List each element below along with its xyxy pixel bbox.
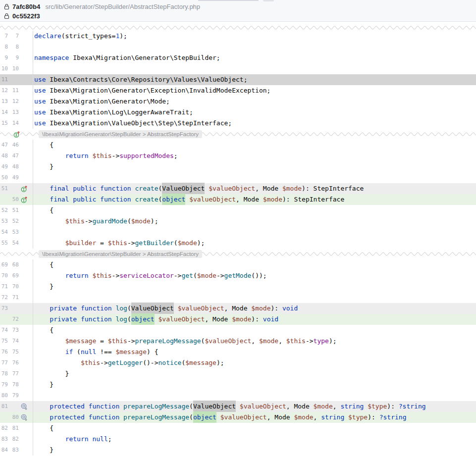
gutter: 7978 bbox=[0, 379, 33, 390]
new-line-number: 10 bbox=[8, 63, 19, 74]
code-line-content[interactable]: { bbox=[33, 325, 53, 336]
diff-context-line: 5049 bbox=[0, 172, 476, 183]
diff-context-line: 1211use Ibexa\Migration\Generator\Except… bbox=[0, 85, 476, 96]
implements-icon[interactable] bbox=[13, 131, 20, 138]
old-line-number: 10 bbox=[0, 63, 8, 74]
diff-context-line: 8281 { bbox=[0, 423, 476, 434]
old-line-number: 69 bbox=[0, 259, 8, 270]
gutter: 1211 bbox=[0, 85, 33, 96]
code-line-content[interactable]: protected function prepareLogMessage(Val… bbox=[33, 401, 426, 412]
code-line-content[interactable]: } bbox=[33, 379, 53, 390]
diff-context-line: 7776 $this->getLogger()->notice($message… bbox=[0, 357, 476, 368]
old-line-number: 77 bbox=[0, 357, 8, 368]
top-edge-tab-artifact bbox=[263, 0, 274, 1]
gutter: 7776 bbox=[0, 357, 33, 368]
code-line-content[interactable]: private function log(object $valueObject… bbox=[33, 314, 278, 325]
new-line-number: 79 bbox=[8, 390, 19, 401]
collapsed-region-separator[interactable]: \Ibexa\Migration\Generator\StepBuilder >… bbox=[0, 249, 476, 259]
new-line-number: 52 bbox=[8, 216, 19, 227]
code-line-content[interactable]: namespace Ibexa\Migration\Generator\Step… bbox=[33, 52, 220, 63]
code-line-content[interactable] bbox=[33, 42, 34, 52]
code-line-content[interactable]: return null; bbox=[33, 434, 112, 445]
overridden-icon[interactable] bbox=[21, 414, 28, 421]
gutter: 1413 bbox=[0, 107, 33, 118]
code-line-content[interactable]: return $this->serviceLocator->get($mode-… bbox=[33, 270, 267, 281]
collapsed-region-wave[interactable] bbox=[0, 22, 476, 31]
code-line-content[interactable] bbox=[33, 390, 34, 401]
code-line-content[interactable]: } bbox=[33, 368, 69, 379]
new-line-number: 72 bbox=[8, 314, 19, 325]
diff-context-line: 8382 return null; bbox=[0, 434, 476, 445]
diff-context-line: 7675 if (null !== $message) { bbox=[0, 347, 476, 357]
new-line-number: 49 bbox=[8, 172, 19, 183]
code-line-content[interactable]: protected function prepareLogMessage(obj… bbox=[33, 412, 406, 423]
new-line-number: 53 bbox=[8, 227, 19, 238]
code-line-content[interactable] bbox=[33, 292, 34, 303]
code-line-content[interactable]: use Ibexa\Contracts\Core\Repository\Valu… bbox=[33, 74, 247, 85]
diff-context-line: 5251 { bbox=[0, 205, 476, 216]
gutter: 7170 bbox=[0, 281, 33, 292]
code-line-content[interactable]: } bbox=[33, 161, 53, 172]
diff-context-line: 1413use Ibexa\Migration\Log\LoggerAwareT… bbox=[0, 107, 476, 118]
file-path: src/lib/Generator/StepBuilder/AbstractSt… bbox=[45, 3, 200, 10]
code-line-content[interactable]: use Ibexa\Migration\Generator\Exception\… bbox=[33, 85, 270, 96]
old-line-number: 47 bbox=[0, 140, 8, 151]
diff-context-line: 7574 $message = $this->prepareLogMessage… bbox=[0, 336, 476, 347]
new-line-number: 73 bbox=[8, 325, 19, 336]
code-line-content[interactable]: final public function create(ValueObject… bbox=[33, 183, 364, 194]
code-line-content[interactable]: declare(strict_types=1); bbox=[33, 31, 127, 42]
overridden-icon[interactable] bbox=[21, 403, 28, 410]
code-line-content[interactable]: return $this->supportedModes; bbox=[33, 151, 178, 161]
code-line-content[interactable] bbox=[33, 227, 34, 238]
gutter: 99 bbox=[0, 52, 33, 63]
diff-deleted-line: 51 final public function create(ValueObj… bbox=[0, 183, 476, 194]
code-line-content[interactable]: $this->getLogger()->notice($message); bbox=[33, 357, 224, 368]
code-line-content[interactable]: { bbox=[33, 423, 53, 434]
code-line-content[interactable]: } bbox=[33, 445, 53, 456]
code-line-content[interactable]: $message = $this->prepareLogMessage($val… bbox=[33, 336, 337, 347]
diff-context-line: 7978 } bbox=[0, 379, 476, 390]
gutter: 7271 bbox=[0, 292, 33, 303]
gutter: 51 bbox=[0, 183, 33, 194]
old-line-number: 84 bbox=[0, 445, 8, 456]
code-line-content[interactable]: { bbox=[33, 259, 53, 270]
new-line-number: 68 bbox=[8, 259, 19, 270]
gutter: 4948 bbox=[0, 161, 33, 172]
diff-context-line: 5453 bbox=[0, 227, 476, 238]
old-line-number: 9 bbox=[0, 52, 8, 63]
gutter: 7877 bbox=[0, 368, 33, 379]
diff-added-line: 72 private function log(object $valueObj… bbox=[0, 314, 476, 325]
code-line-content[interactable] bbox=[33, 172, 34, 183]
code-line-content[interactable]: private function log(ValueObject $valueO… bbox=[33, 303, 298, 314]
code-line-content[interactable]: } bbox=[33, 281, 53, 292]
diff-code-viewer: 77declare(strict_types=1);8899namespace … bbox=[0, 22, 476, 456]
diff-context-line: 5352 $this->guardMode($mode); bbox=[0, 216, 476, 227]
diff-header: 7afc80b4 src/lib/Generator/StepBuilder/A… bbox=[0, 0, 476, 22]
code-line-content[interactable]: $builder = $this->getBuilder($mode); bbox=[33, 238, 205, 249]
code-line-content[interactable] bbox=[33, 63, 34, 74]
old-line-number: 70 bbox=[0, 270, 8, 281]
code-line-content[interactable]: $this->guardMode($mode); bbox=[33, 216, 159, 227]
diff-context-line: 7877 } bbox=[0, 368, 476, 379]
code-line-content[interactable]: if (null !== $message) { bbox=[33, 347, 159, 357]
new-line-number: 70 bbox=[8, 281, 19, 292]
code-line-content[interactable]: use Ibexa\Migration\ValueObject\Step\Ste… bbox=[33, 118, 232, 129]
diff-deleted-line: 73 private function log(ValueObject $val… bbox=[0, 303, 476, 314]
old-line-number: 76 bbox=[0, 347, 8, 357]
gutter: 8483 bbox=[0, 445, 33, 456]
code-line-content[interactable]: final public function create(object $val… bbox=[33, 194, 344, 205]
new-line-number: 9 bbox=[8, 52, 19, 63]
implements-icon[interactable] bbox=[21, 196, 28, 204]
code-line-content[interactable]: { bbox=[33, 140, 53, 151]
old-line-number: 7 bbox=[0, 31, 8, 42]
gutter: 7675 bbox=[0, 347, 33, 357]
diff-context-line: 1514use Ibexa\Migration\ValueObject\Step… bbox=[0, 118, 476, 129]
implements-icon[interactable] bbox=[21, 185, 28, 193]
collapsed-region-separator[interactable]: \Ibexa\Migration\Generator\StepBuilder >… bbox=[0, 129, 476, 140]
diff-context-line: 8483 } bbox=[0, 445, 476, 456]
new-commit-row: 0c5522f3 bbox=[4, 11, 476, 21]
new-line-number: 77 bbox=[8, 368, 19, 379]
code-line-content[interactable]: use Ibexa\Migration\Log\LoggerAwareTrait… bbox=[33, 107, 193, 118]
code-line-content[interactable]: use Ibexa\Migration\Generator\Mode; bbox=[33, 96, 170, 107]
code-line-content[interactable]: { bbox=[33, 205, 53, 216]
